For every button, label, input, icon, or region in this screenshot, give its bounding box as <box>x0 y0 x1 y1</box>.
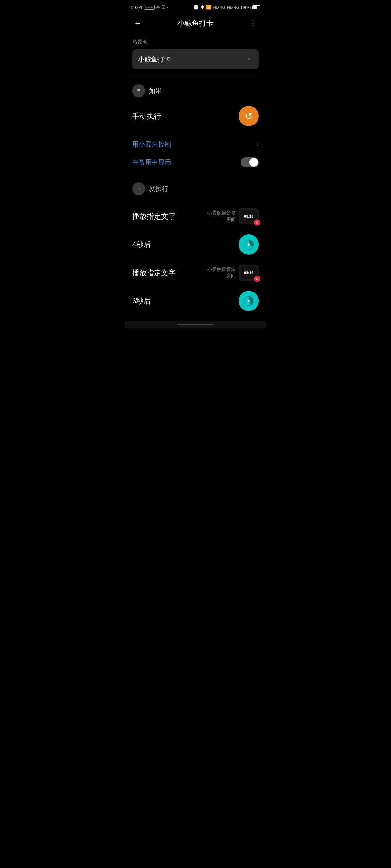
action-label-3: 6秒后 <box>132 296 151 306</box>
status-bar: 00:01 Wear ⊖ ☑ • 🕐 ✱ 📶 HD 4G HD 4G 58% <box>125 0 266 13</box>
device-badge-0: ⚙ <box>254 219 260 226</box>
action-device-0: 小爱触屏音箱 <box>207 210 236 216</box>
if-icon: ≡ <box>132 84 145 97</box>
action-row-3[interactable]: 6秒后 <box>132 285 259 317</box>
action-row-2[interactable]: 播放指定文字 小爱触屏音箱 房间 08:16 ⚙ <box>132 260 259 285</box>
toggle-knob <box>249 158 258 167</box>
app-title: 小鲸鱼打卡 <box>177 18 214 28</box>
wifi-icon: 📶 <box>206 5 211 10</box>
action-row-1[interactable]: 4秒后 <box>132 229 259 260</box>
pie-chart-icon-3 <box>243 295 254 306</box>
execute-button[interactable]: ↺ <box>239 106 259 126</box>
battery-text: 58% <box>241 5 251 10</box>
scene-name-field[interactable]: 小鲸鱼打卡 × <box>132 49 259 69</box>
then-label: 就执行 <box>149 184 168 193</box>
scene-name-label: 场景名 <box>132 39 259 46</box>
battery-icon <box>252 5 260 9</box>
signal-hd2-icon: HD 4G <box>227 5 239 9</box>
arrow-right-icon: → <box>135 185 142 193</box>
bottom-bar <box>125 321 266 328</box>
clear-button[interactable]: × <box>244 55 253 64</box>
chevron-right-icon: › <box>257 141 259 148</box>
if-label: 如果 <box>149 86 162 95</box>
action-label-1: 4秒后 <box>132 240 151 250</box>
app-bar: ← 小鲸鱼打卡 ⋮ <box>125 13 266 36</box>
scene-name-value: 小鲸鱼打卡 <box>138 55 171 64</box>
back-button[interactable]: ← <box>131 16 145 30</box>
alarm-icon: 🕐 <box>193 5 199 10</box>
divider-2 <box>132 175 259 175</box>
then-icon: → <box>132 182 145 195</box>
manual-execute-row: 手动执行 ↺ <box>132 106 259 126</box>
svg-point-1 <box>248 243 250 246</box>
pie-chart-icon-1 <box>243 239 254 250</box>
dot-icon: • <box>167 5 168 9</box>
if-section: ≡ 如果 <box>132 84 259 97</box>
check-icon: ☑ <box>161 5 165 10</box>
battery-fill <box>253 6 257 9</box>
display-toggle-row: 在常用中显示 <box>132 154 259 173</box>
action-sub-0: 房间 <box>226 216 236 223</box>
main-content: 场景名 小鲸鱼打卡 × ≡ 如果 手动执行 ↺ 用小爱来控制 › 在常用中显示 … <box>125 39 266 317</box>
action-label-2: 播放指定文字 <box>132 268 176 278</box>
time-display: 00:01 <box>131 5 143 10</box>
xiaoai-link: 用小爱来控制 <box>132 140 171 149</box>
more-icon: ⋮ <box>249 18 257 28</box>
display-toggle[interactable] <box>241 157 259 167</box>
svg-point-3 <box>248 300 250 302</box>
delay-button-3[interactable] <box>239 291 259 311</box>
signal-hd-icon: HD 4G <box>213 5 226 9</box>
status-right: 🕐 ✱ 📶 HD 4G HD 4G 58% <box>193 5 260 10</box>
action-sub-2: 房间 <box>226 273 236 279</box>
xiaoai-link-row[interactable]: 用小爱来控制 › <box>132 135 259 154</box>
action-right-2: 小爱触屏音箱 房间 08:16 ⚙ <box>207 265 259 281</box>
do-not-disturb-icon: ⊖ <box>156 5 160 10</box>
action-right-0: 小爱触屏音箱 房间 08:16 ⚙ <box>207 208 259 224</box>
execute-label: 手动执行 <box>132 111 161 121</box>
device-thumb-0: 08:16 ⚙ <box>239 208 259 224</box>
device-badge-2: ⚙ <box>254 276 260 282</box>
divider-1 <box>132 77 259 77</box>
action-meta-0: 小爱触屏音箱 房间 <box>207 210 236 223</box>
wear-badge: Wear <box>144 5 155 10</box>
delay-button-1[interactable] <box>239 234 259 255</box>
action-meta-2: 小爱触屏音箱 房间 <box>207 266 236 279</box>
display-label: 在常用中显示 <box>132 158 171 167</box>
bluetooth-icon: ✱ <box>201 5 204 10</box>
execute-icon: ↺ <box>245 111 253 122</box>
back-arrow-icon: ← <box>134 18 142 28</box>
action-row-0[interactable]: 播放指定文字 小爱触屏音箱 房间 08:16 ⚙ <box>132 204 259 229</box>
status-left: 00:01 Wear ⊖ ☑ • <box>131 5 168 10</box>
action-label-0: 播放指定文字 <box>132 212 176 221</box>
home-indicator <box>177 324 214 326</box>
then-section: → 就执行 <box>132 182 259 195</box>
device-thumb-2: 08:16 ⚙ <box>239 265 259 281</box>
action-device-2: 小爱触屏音箱 <box>207 266 236 273</box>
more-options-button[interactable]: ⋮ <box>246 16 260 30</box>
list-icon: ≡ <box>137 88 140 94</box>
